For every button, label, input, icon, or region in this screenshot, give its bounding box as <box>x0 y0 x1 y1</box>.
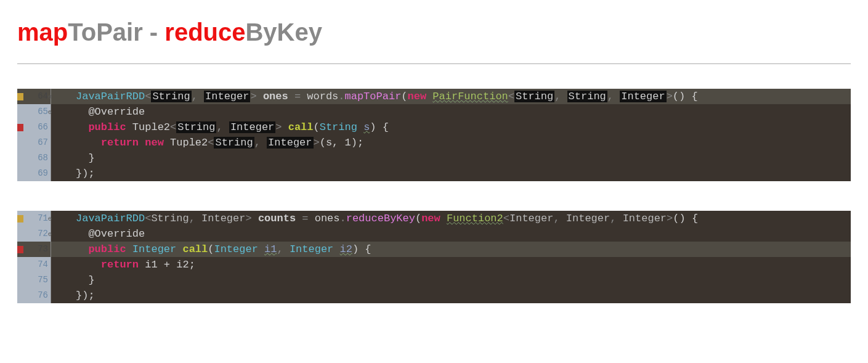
line-number: 74 <box>17 257 51 272</box>
code-line: 67 return new Tuple2<String, Integer>(s,… <box>17 135 851 150</box>
code-line: 75 } <box>17 272 851 288</box>
line-number: 76 <box>17 288 51 303</box>
code-line: 74 return i1 + i2; <box>17 257 851 272</box>
gutter-warn-icon <box>17 215 23 222</box>
divider <box>17 63 851 64</box>
slide-title: mapToPair - reduceByKey <box>17 18 851 46</box>
code-line: 66 public Tuple2<String, Integer> call(S… <box>17 120 851 135</box>
fold-icon: ⊖ <box>48 211 52 226</box>
line-number: 65⊖ <box>17 104 51 120</box>
line-number: 68 <box>17 150 51 166</box>
code-block-maptopair: 64⊖ JavaPairRDD<String, Integer> ones = … <box>17 89 851 181</box>
gutter-error-icon <box>17 246 23 253</box>
code-line: 71⊖ JavaPairRDD<String, Integer> counts … <box>17 211 851 226</box>
title-part-2: ToPair - <box>68 18 164 46</box>
line-number: 72⊖ <box>17 226 51 242</box>
code-line: 73 public Integer call(Integer i1, Integ… <box>17 242 851 257</box>
code-line: 68 } <box>17 150 851 166</box>
code-line: 72⊖ @Override <box>17 226 851 242</box>
fold-icon: ⊖ <box>48 104 52 120</box>
code-block-reducebykey: 71⊖ JavaPairRDD<String, Integer> counts … <box>17 211 851 303</box>
line-number: 71⊖ <box>17 211 51 226</box>
title-part-1: map <box>17 18 68 46</box>
line-number: 73 <box>17 242 51 257</box>
gutter-error-icon <box>17 124 23 131</box>
code-line: 76 }); <box>17 288 851 303</box>
fold-icon: ⊖ <box>48 226 52 242</box>
gutter-warn-icon <box>17 93 23 100</box>
code-line: 64⊖ JavaPairRDD<String, Integer> ones = … <box>17 89 851 104</box>
code-line: 65⊖ @Override <box>17 104 851 120</box>
line-number: 64⊖ <box>17 89 51 104</box>
fold-icon: ⊖ <box>48 89 52 104</box>
line-number: 69 <box>17 166 51 181</box>
line-number: 66 <box>17 120 51 135</box>
code-line: 69 }); <box>17 166 851 181</box>
title-part-4: ByKey <box>245 18 322 46</box>
line-number: 75 <box>17 272 51 288</box>
title-part-3: reduce <box>164 18 245 46</box>
line-number: 67 <box>17 135 51 150</box>
